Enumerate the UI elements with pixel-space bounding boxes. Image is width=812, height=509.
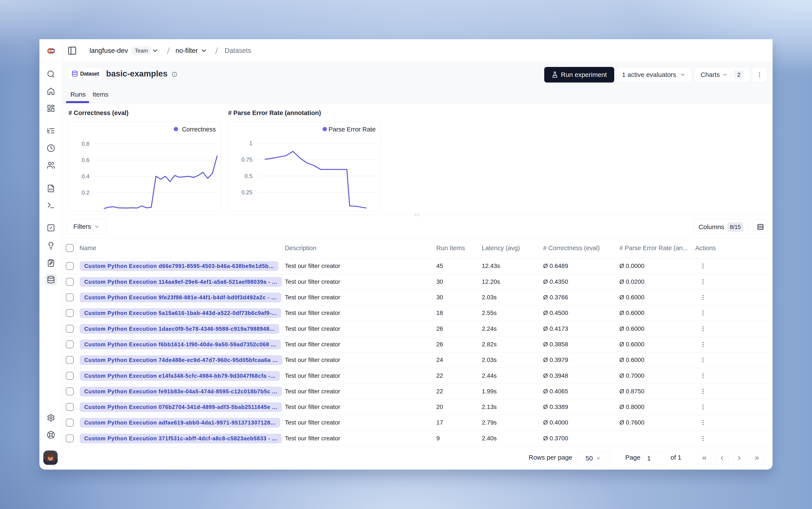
svg-text:Parse Error Rate: Parse Error Rate	[329, 126, 376, 133]
svg-text:0.25: 0.25	[241, 189, 252, 196]
svg-text:Correctness: Correctness	[182, 126, 216, 133]
svg-text:0.75: 0.75	[241, 157, 252, 163]
svg-text:0.4: 0.4	[82, 173, 90, 179]
svg-text:0.8: 0.8	[82, 141, 90, 147]
svg-text:0.5: 0.5	[245, 173, 252, 179]
svg-text:1: 1	[249, 140, 252, 146]
svg-text:0.6: 0.6	[82, 157, 90, 163]
svg-text:0.2: 0.2	[82, 189, 90, 196]
